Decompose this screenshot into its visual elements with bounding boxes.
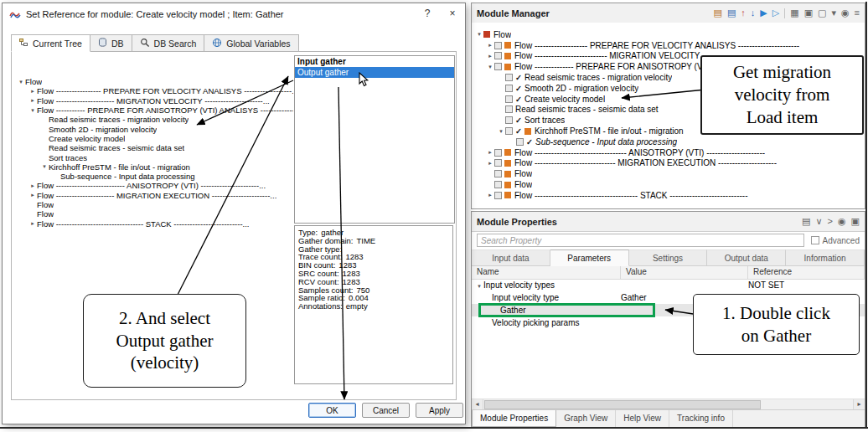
module-tree-item[interactable]: Flow (472, 168, 865, 179)
column-header-name[interactable]: Name (472, 266, 621, 279)
export-icon[interactable]: ▤ (802, 217, 810, 226)
dialog-titlebar[interactable]: Set Reference for module: Create velocit… (3, 3, 465, 24)
search-property-input[interactable] (477, 234, 804, 247)
expander-icon[interactable]: ▾ (28, 107, 37, 114)
module-checkbox[interactable] (494, 63, 502, 70)
menu-icon[interactable]: ≡ (855, 8, 860, 18)
gather-list-item[interactable]: Input gather (295, 56, 454, 67)
dialog-tree-item[interactable]: ▸Flow --------------------------------- … (15, 219, 293, 228)
tab-information[interactable]: Information (786, 249, 865, 266)
expander-icon[interactable]: ▸ (28, 220, 37, 227)
module-checkbox[interactable] (494, 192, 502, 199)
expander-icon[interactable]: ▾ (486, 64, 494, 70)
expander-icon[interactable]: ▾ (475, 31, 483, 38)
more-options-icon[interactable]: ▾ (831, 8, 836, 18)
apply-button[interactable]: Apply (416, 403, 463, 418)
cancel-button[interactable]: Cancel (362, 403, 410, 418)
tab-global-variables[interactable]: Global Variables (204, 34, 298, 52)
dialog-tree-item[interactable]: Read seismic traces - seismic data set (15, 143, 293, 152)
module-tree-item[interactable]: Flow (472, 179, 865, 190)
pin-icon[interactable]: ◉ (841, 8, 850, 18)
module-tree-item[interactable]: ▸Flow --------------------------------- … (472, 147, 865, 158)
tab-graph-view[interactable]: Graph View (556, 410, 616, 427)
gather-list-item[interactable]: Output gather (295, 67, 454, 78)
expander-icon[interactable]: ▸ (28, 192, 37, 198)
expander-icon[interactable]: ▸ (486, 149, 494, 156)
tab-db[interactable]: DB (90, 34, 132, 52)
close-button[interactable]: × (440, 3, 465, 24)
ok-button[interactable]: OK (308, 403, 356, 418)
duplicate-flow-icon[interactable]: ▤ (727, 8, 736, 18)
expander-icon[interactable]: ▾ (497, 128, 505, 135)
move-down-icon[interactable]: ↓ (751, 8, 756, 18)
module-checkbox[interactable] (505, 105, 513, 113)
panel-menu-icon[interactable]: ▣ (851, 217, 860, 226)
dialog-tree-item[interactable]: ▾Kirchhoff PreSTM - file in/out - migrat… (15, 162, 293, 172)
module-tree-item[interactable]: ▸Flow ------------------- PREPARE FOR VE… (472, 40, 865, 51)
dialog-tree-item[interactable]: Smooth 2D - migration velocity (15, 124, 293, 133)
tab-output-data[interactable]: Output data (707, 249, 786, 266)
expander-icon[interactable]: ▸ (28, 97, 37, 104)
expander-icon[interactable]: ▸ (486, 53, 494, 59)
expander-icon[interactable]: ▾ (40, 163, 49, 170)
module-checkbox[interactable] (505, 116, 513, 124)
module-checkbox[interactable] (494, 170, 502, 177)
tab-parameters[interactable]: Parameters (550, 249, 629, 266)
dialog-tree-item[interactable]: Read seismic traces - migration velocity (15, 115, 293, 124)
module-tree-item[interactable]: ▸Flow ----------------------------------… (472, 190, 865, 201)
module-checkbox[interactable] (505, 127, 513, 135)
dialog-tree-item[interactable]: ▾Flow (15, 77, 293, 86)
copy-icon[interactable]: ▣ (804, 8, 813, 18)
tab-input-data[interactable]: Input data (472, 249, 550, 266)
scroll-thumb[interactable] (484, 400, 761, 409)
module-tree-item[interactable]: ▸Flow ----------------------------- MIGR… (472, 158, 865, 169)
module-tree-item[interactable]: ✓Sub-sequence - Input data processing (472, 136, 865, 147)
module-checkbox[interactable] (494, 52, 502, 59)
horizontal-scrollbar[interactable]: ◂ ▸ (472, 399, 865, 410)
tab-help-view[interactable]: Help View (616, 410, 669, 427)
dialog-tree-item[interactable]: ▸Flow ---------------------- MIGRATION E… (15, 191, 293, 200)
expander-icon[interactable]: ▸ (28, 183, 37, 189)
dialog-tree-item[interactable]: ▾Flow ----------- PREPARE FOR ANISOTROPY… (15, 105, 293, 115)
expander-icon[interactable]: ▾ (17, 79, 25, 85)
parameter-row[interactable]: ▾Input velocity typesNOT SET (472, 279, 865, 291)
module-tree-item[interactable]: ▾Flow (472, 29, 865, 40)
expander-icon[interactable]: ▸ (486, 160, 494, 167)
help-button[interactable]: ? (415, 3, 440, 24)
move-up-icon[interactable]: ↑ (741, 8, 746, 18)
module-checkbox[interactable] (505, 95, 513, 103)
module-checkbox[interactable] (494, 149, 502, 157)
paste-icon[interactable]: ▢ (818, 8, 826, 18)
run-to-module-icon[interactable]: ▷ (772, 8, 779, 18)
dialog-tree-item[interactable]: ▸Flow -------------------------- ANISOTR… (15, 181, 293, 190)
module-checkbox[interactable] (505, 85, 513, 92)
dialog-tree-item[interactable]: ▸Flow ---------------------- MIGRATION V… (15, 96, 293, 105)
module-checkbox[interactable] (516, 138, 524, 146)
dialog-tree-item[interactable]: Create velocity model (15, 134, 293, 143)
module-checkbox[interactable] (505, 74, 513, 81)
expander-icon[interactable]: ▾ (475, 280, 483, 291)
advanced-checkbox[interactable] (811, 236, 819, 244)
column-header-reference[interactable]: Reference (748, 266, 865, 279)
module-checkbox[interactable] (494, 159, 502, 167)
tab-tracking-info[interactable]: Tracking info (669, 410, 733, 427)
tab-settings[interactable]: Settings (629, 249, 708, 266)
pin-icon[interactable]: ◉ (838, 217, 846, 226)
expander-icon[interactable]: ▸ (28, 88, 37, 95)
dialog-tree-item[interactable]: ▸Flow ----------------- PREPARE FOR VELO… (15, 86, 293, 95)
run-flow-icon[interactable]: ▶ (760, 8, 767, 18)
tab-db-search[interactable]: DB Search (132, 34, 205, 52)
table-view-icon[interactable]: ▦ (790, 8, 798, 18)
add-flow-icon[interactable]: ▤ (713, 8, 721, 18)
dialog-tree-item[interactable]: Flow (15, 200, 293, 209)
expander-icon[interactable]: ▸ (486, 42, 494, 49)
column-header-value[interactable]: Value (621, 266, 748, 279)
module-checkbox[interactable] (494, 181, 502, 188)
module-checkbox[interactable] (494, 42, 502, 49)
collapse-all-icon[interactable]: ∨ (815, 217, 822, 226)
tab-module-properties[interactable]: Module Properties (472, 410, 556, 427)
dialog-tree-item[interactable]: Sort traces (15, 152, 293, 162)
tab-current-tree[interactable]: Current Tree (11, 34, 90, 52)
dialog-tree-item[interactable]: Sub-sequence - Input data processing (15, 172, 293, 181)
expand-all-icon[interactable]: > (828, 217, 833, 226)
